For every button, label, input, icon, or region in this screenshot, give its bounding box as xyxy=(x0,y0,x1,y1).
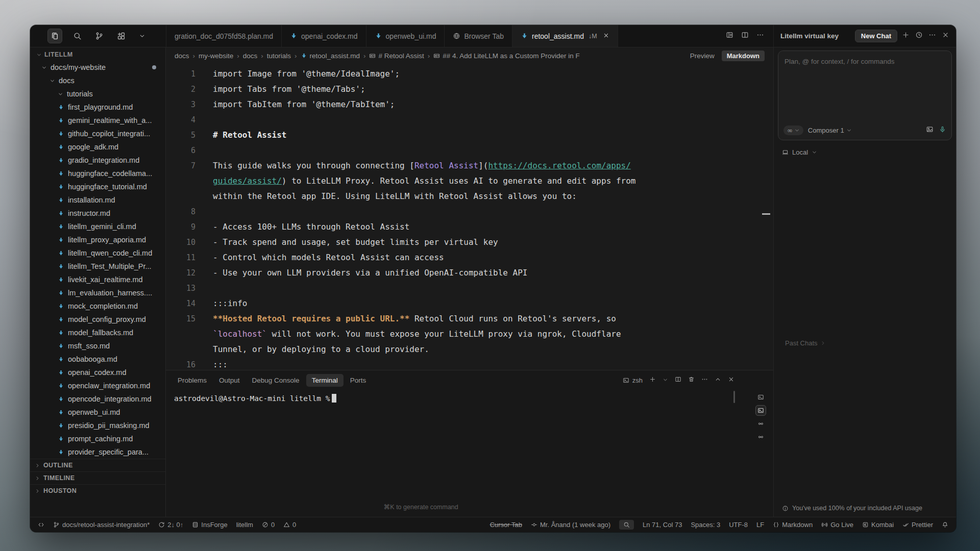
activity-source-control[interactable] xyxy=(92,29,106,43)
breadcrumb-item[interactable]: docs xyxy=(175,52,189,60)
file-prompt-caching-md[interactable]: prompt_caching.md xyxy=(30,432,165,445)
file-litellm-test-multiple-pr[interactable]: litellm_Test_Multiple_Pr... xyxy=(30,260,165,273)
terminal-more-button[interactable] xyxy=(701,376,708,384)
markdown-mode-chip[interactable]: Markdown xyxy=(722,51,765,61)
status-0[interactable]: 0 xyxy=(283,521,296,529)
folder-tutorials[interactable]: tutorials xyxy=(30,87,165,101)
chat-header-clock-button[interactable] xyxy=(915,31,923,41)
breadcrumb-item[interactable]: tutorials xyxy=(267,52,291,60)
status-ln-71-col-73[interactable]: Ln 71, Col 73 xyxy=(643,521,682,529)
terminal-plus-button[interactable] xyxy=(649,376,656,384)
status-prettier[interactable]: Prettier xyxy=(902,521,933,529)
activity-search[interactable] xyxy=(70,29,84,43)
breadcrumb-item[interactable]: retool_assist.md xyxy=(301,52,360,60)
breadcrumb-item[interactable]: docs xyxy=(243,52,258,60)
status-kombai[interactable]: Kombai xyxy=(862,521,894,529)
activity-explorer[interactable] xyxy=(47,29,62,43)
mic-button[interactable] xyxy=(939,126,946,135)
file-instructor-md[interactable]: instructor.md xyxy=(30,207,165,220)
file-opencode-integration-md[interactable]: opencode_integration.md xyxy=(30,392,165,406)
panel-tab-debug-console[interactable]: Debug Console xyxy=(247,374,305,387)
folder-docs-my-website[interactable]: docs/my-website xyxy=(30,61,165,74)
terminal-chevron-down-button[interactable] xyxy=(663,377,668,384)
code-editor[interactable]: 1 import Image from '@theme/IdealImage';… xyxy=(166,64,773,370)
status-mr-nand-1-week-ago[interactable]: Mr. Ånand (1 week ago) xyxy=(531,521,610,529)
tab-gration-doc-d075fd58-plan-md[interactable]: gration_doc_d075fd58.plan.md xyxy=(166,25,282,47)
file-gradio-integration-md[interactable]: gradio_integration.md xyxy=(30,154,165,167)
status-bell[interactable] xyxy=(942,521,948,528)
editor-action-split-editor[interactable] xyxy=(741,31,749,41)
chat-input[interactable]: Plan, @ for context, / for commands ∞ Co… xyxy=(778,51,952,140)
tab-openai-codex-md[interactable]: openai_codex.md xyxy=(282,25,366,47)
local-selector[interactable]: Local xyxy=(782,148,952,156)
panel-tab-problems[interactable]: Problems xyxy=(172,374,212,387)
terminal-session-2[interactable] xyxy=(755,405,766,416)
file-huggingface-tutorial-md[interactable]: huggingface_tutorial.md xyxy=(30,180,165,193)
status-2-0[interactable]: 2↓ 0↑ xyxy=(158,521,183,529)
attach-image-button[interactable] xyxy=(926,126,934,135)
status-0[interactable]: 0 xyxy=(262,521,275,529)
terminal-split-editor-button[interactable] xyxy=(675,376,681,384)
file-huggingface-codellama[interactable]: huggingface_codellama... xyxy=(30,167,165,180)
panel-tab-output[interactable]: Output xyxy=(213,374,246,387)
file-mock-completion-md[interactable]: mock_completion.md xyxy=(30,299,165,313)
tab-retool-assist-md[interactable]: retool_assist.md ↓M xyxy=(512,25,618,47)
terminal-caret-up-button[interactable] xyxy=(715,376,721,384)
shell-selector[interactable]: zsh xyxy=(623,377,643,384)
terminal-close-button[interactable] xyxy=(728,376,734,384)
panel-tab-ports[interactable]: Ports xyxy=(345,374,372,387)
folder-docs[interactable]: docs xyxy=(30,74,165,87)
sidebar-section-timeline[interactable]: TIMELINE xyxy=(30,471,165,484)
sidebar-section-outline[interactable]: OUTLINE xyxy=(30,459,165,471)
file-model-fallbacks-md[interactable]: model_fallbacks.md xyxy=(30,326,165,339)
sidebar-section-houston[interactable]: HOUSTON xyxy=(30,484,165,497)
file-litellm-gemini-cli-md[interactable]: litellm_gemini_cli.md xyxy=(30,220,165,233)
status-litellm[interactable]: litellm xyxy=(236,521,253,529)
tab-browser-tab[interactable]: Browser Tab xyxy=(445,25,512,47)
status-spaces-3[interactable]: Spaces: 3 xyxy=(691,521,720,529)
status-markdown[interactable]: Markdown xyxy=(773,521,813,529)
file-litellm-proxy-aporia-md[interactable]: litellm_proxy_aporia.md xyxy=(30,233,165,246)
breadcrumb-item[interactable]: my-website xyxy=(199,52,233,60)
file-openai-codex-md[interactable]: openai_codex.md xyxy=(30,366,165,379)
file-oobabooga-md[interactable]: oobabooga.md xyxy=(30,353,165,366)
status-utf-8[interactable]: UTF-8 xyxy=(729,521,748,529)
status-lf[interactable]: LF xyxy=(756,521,764,529)
file-model-config-proxy-md[interactable]: model_config_proxy.md xyxy=(30,313,165,326)
file-litellm-qwen-code-cli-md[interactable]: litellm_qwen_code_cli.md xyxy=(30,246,165,260)
tab-close-button[interactable] xyxy=(603,32,609,40)
editor-action-preview-side[interactable] xyxy=(726,31,733,41)
status-remote[interactable] xyxy=(38,521,44,528)
file-livekit-xai-realtime-md[interactable]: livekit_xai_realtime.md xyxy=(30,273,165,286)
agent-mode-pill[interactable]: ∞ xyxy=(783,126,803,135)
scrollbar-mark[interactable] xyxy=(762,213,770,215)
file-github-copilot-integrati[interactable]: github_copilot_integrati... xyxy=(30,127,165,140)
tab-openweb-ui-md[interactable]: openweb_ui.md xyxy=(366,25,445,47)
breadcrumb-item[interactable]: ## 4. Add LiteLLM as a Custom Provider i… xyxy=(433,52,580,60)
terminal-scrollbar[interactable] xyxy=(733,391,735,403)
activity-extensions[interactable] xyxy=(114,29,128,43)
new-chat-button[interactable]: New Chat xyxy=(855,30,897,42)
editor-action-more[interactable] xyxy=(756,31,764,41)
activity-more-views[interactable] xyxy=(136,30,148,42)
chat-header-plus-button[interactable] xyxy=(902,31,910,41)
status-cursor-tab[interactable]: Cursor Tab xyxy=(490,521,522,529)
past-chats-link[interactable]: Past Chats xyxy=(785,339,826,347)
status-go-live[interactable]: Go Live xyxy=(821,521,853,529)
terminal-session-3[interactable] xyxy=(755,418,766,429)
composer-selector[interactable]: Composer 1 xyxy=(808,127,852,134)
terminal-trash-button[interactable] xyxy=(688,376,695,384)
chat-header-more-button[interactable] xyxy=(928,31,936,41)
file-lm-evaluation-harness[interactable]: lm_evaluation_harness.... xyxy=(30,286,165,299)
preview-button[interactable]: Preview xyxy=(690,52,715,60)
file-installation-md[interactable]: installation.md xyxy=(30,193,165,207)
chat-header-close-button[interactable] xyxy=(942,31,949,41)
status-docs-retool-assist-integration[interactable]: docs/retool-assist-integration* xyxy=(53,521,150,529)
status-magnifier[interactable] xyxy=(619,520,634,530)
file-openclaw-integration-md[interactable]: openclaw_integration.md xyxy=(30,379,165,392)
status-insforge[interactable]: InsForge xyxy=(192,521,227,529)
file-openweb-ui-md[interactable]: openweb_ui.md xyxy=(30,406,165,419)
terminal-session-4[interactable] xyxy=(755,432,766,442)
file-first-playground-md[interactable]: first_playground.md xyxy=(30,101,165,114)
terminal-session-1[interactable] xyxy=(755,392,766,403)
